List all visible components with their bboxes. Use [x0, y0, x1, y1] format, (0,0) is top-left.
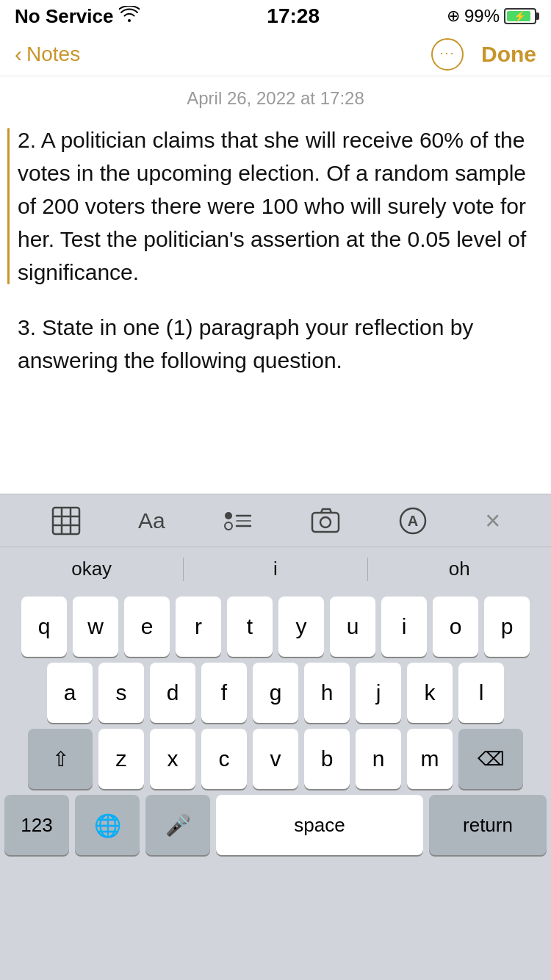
key-u[interactable]: u — [330, 597, 375, 657]
done-button[interactable]: Done — [481, 42, 536, 67]
key-f[interactable]: f — [201, 663, 247, 723]
note-paragraph-2: 3. State in one (1) paragraph your refle… — [18, 311, 533, 377]
more-icon: ··· — [439, 46, 455, 62]
more-button[interactable]: ··· — [431, 38, 464, 71]
predictive-word-1[interactable]: okay — [0, 550, 183, 588]
back-label: Notes — [26, 43, 80, 66]
key-a[interactable]: a — [47, 663, 93, 723]
key-q[interactable]: q — [21, 597, 67, 657]
note-paragraph-1: 2. A politician claims that she will rec… — [18, 123, 533, 289]
time-display: 17:28 — [267, 4, 320, 28]
key-c[interactable]: c — [201, 729, 247, 789]
key-r[interactable]: r — [176, 597, 221, 657]
key-p[interactable]: p — [484, 597, 530, 657]
table-button[interactable] — [51, 505, 82, 536]
key-k[interactable]: k — [407, 663, 453, 723]
delete-key[interactable]: ⌫ — [458, 729, 523, 789]
key-l[interactable]: l — [458, 663, 504, 723]
keyboard: q w e r t y u i o p a s d f g h j k l ⇧ … — [0, 591, 551, 980]
wifi-icon — [119, 6, 140, 26]
note-content[interactable]: 2. A politician claims that she will rec… — [0, 116, 551, 414]
battery-percentage: 99% — [464, 6, 500, 26]
space-key[interactable]: space — [216, 795, 423, 855]
key-t[interactable]: t — [227, 597, 273, 657]
keyboard-row-1: q w e r t y u i o p — [0, 591, 551, 657]
key-g[interactable]: g — [253, 663, 298, 723]
key-b[interactable]: b — [304, 729, 350, 789]
svg-text:A: A — [408, 513, 418, 529]
key-z[interactable]: z — [98, 729, 144, 789]
key-y[interactable]: y — [278, 597, 324, 657]
key-n[interactable]: n — [356, 729, 401, 789]
keyboard-row-2: a s d f g h j k l — [0, 657, 551, 723]
svg-point-11 — [320, 517, 331, 527]
numbers-key[interactable]: 123 — [4, 795, 69, 855]
key-m[interactable]: m — [407, 729, 453, 789]
keyboard-row-4: 123 🌐 🎤 space return — [0, 789, 551, 862]
key-x[interactable]: x — [150, 729, 195, 789]
keyboard-row-3: ⇧ z x c v b n m ⌫ — [0, 723, 551, 789]
globe-icon: 🌐 — [94, 813, 121, 838]
chevron-left-icon: ‹ — [15, 42, 22, 67]
key-s[interactable]: s — [98, 663, 144, 723]
return-key[interactable]: return — [429, 795, 547, 855]
formatting-toolbar: Aa A × — [0, 494, 551, 547]
key-h[interactable]: h — [304, 663, 350, 723]
microphone-icon: 🎤 — [165, 813, 191, 837]
key-w[interactable]: w — [73, 597, 118, 657]
camera-button[interactable] — [310, 505, 341, 536]
close-toolbar-button[interactable]: × — [485, 505, 500, 536]
key-d[interactable]: d — [150, 663, 195, 723]
delete-icon: ⌫ — [478, 748, 505, 771]
svg-point-5 — [225, 512, 232, 519]
microphone-key[interactable]: 🎤 — [145, 795, 210, 855]
svg-rect-10 — [312, 513, 339, 532]
list-button[interactable] — [222, 505, 253, 536]
font-button[interactable]: Aa — [138, 508, 165, 533]
svg-rect-0 — [53, 508, 79, 534]
shift-icon: ⇧ — [52, 747, 69, 771]
predictive-text-bar: okay i oh — [0, 547, 551, 591]
key-j[interactable]: j — [356, 663, 401, 723]
carrier-text: No Service — [15, 5, 113, 28]
back-button[interactable]: ‹ Notes — [15, 42, 80, 67]
status-bar: No Service 17:28 ⊕ 99% ⚡ — [0, 0, 551, 32]
carrier-info: No Service — [15, 5, 140, 28]
navigation-bar: ‹ Notes ··· Done — [0, 32, 551, 76]
key-e[interactable]: e — [124, 597, 170, 657]
predictive-word-3[interactable]: oh — [368, 550, 551, 588]
battery-icon: ⚡ — [504, 8, 536, 24]
svg-point-7 — [225, 522, 232, 530]
key-o[interactable]: o — [433, 597, 478, 657]
battery-info: ⊕ 99% ⚡ — [447, 6, 536, 26]
shift-key[interactable]: ⇧ — [28, 729, 93, 789]
note-date: April 26, 2022 at 17:28 — [0, 76, 551, 116]
key-i[interactable]: i — [381, 597, 427, 657]
key-v[interactable]: v — [253, 729, 298, 789]
charging-bolt-icon: ⚡ — [514, 10, 526, 22]
predictive-word-2[interactable]: i — [184, 550, 367, 588]
marker-button[interactable]: A — [397, 505, 428, 536]
nav-actions: ··· Done — [431, 38, 536, 71]
emoji-key[interactable]: 🌐 — [75, 795, 140, 855]
screen-time-icon: ⊕ — [447, 7, 460, 26]
